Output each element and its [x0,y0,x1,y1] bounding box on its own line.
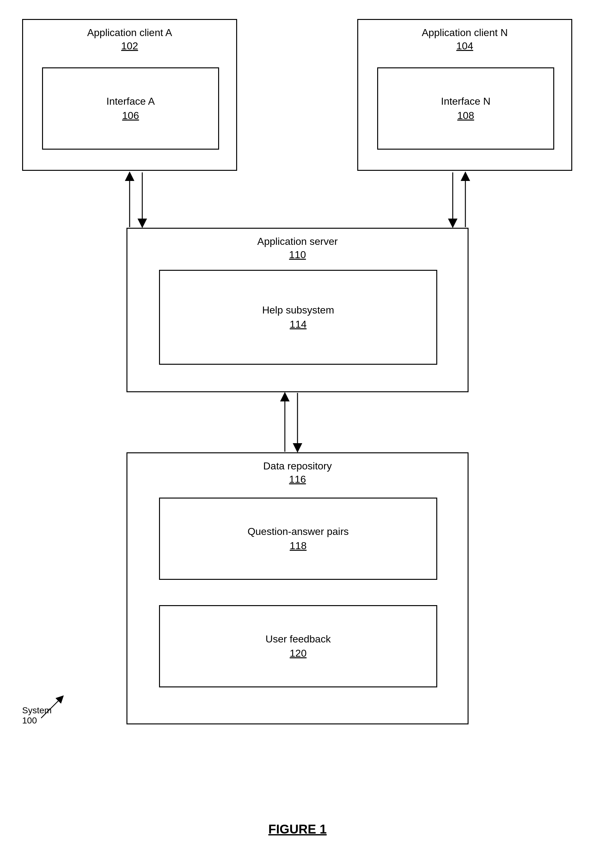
interface-n-box: Interface N 108 [377,67,554,150]
diagram: Application client A 102 Interface A 106… [0,0,595,868]
qa-pairs-label: Question-answer pairs 118 [247,524,349,553]
interface-n-label: Interface N 108 [441,94,490,123]
system-label: System 100 [22,706,52,726]
app-client-a-box: Application client A 102 Interface A 106 [22,19,237,171]
user-feedback-label: User feedback 120 [265,632,331,660]
app-client-a-label: Application client A 102 [87,26,172,53]
help-subsystem-box: Help subsystem 114 [159,270,437,365]
app-server-label: Application server 110 [257,235,338,261]
interface-a-label: Interface A 106 [106,94,155,123]
data-repository-label: Data repository 116 [264,460,332,486]
user-feedback-box: User feedback 120 [159,605,437,687]
figure-label: FIGURE 1 [268,822,327,836]
app-server-box: Application server 110 Help subsystem 11… [127,228,468,392]
qa-pairs-box: Question-answer pairs 118 [159,497,437,580]
app-client-n-box: Application client N 104 Interface N 108 [357,19,572,171]
help-subsystem-label: Help subsystem 114 [262,303,334,332]
data-repository-box: Data repository 116 Question-answer pair… [127,452,468,724]
interface-a-box: Interface A 106 [42,67,219,150]
app-client-n-label: Application client N 104 [422,26,508,53]
